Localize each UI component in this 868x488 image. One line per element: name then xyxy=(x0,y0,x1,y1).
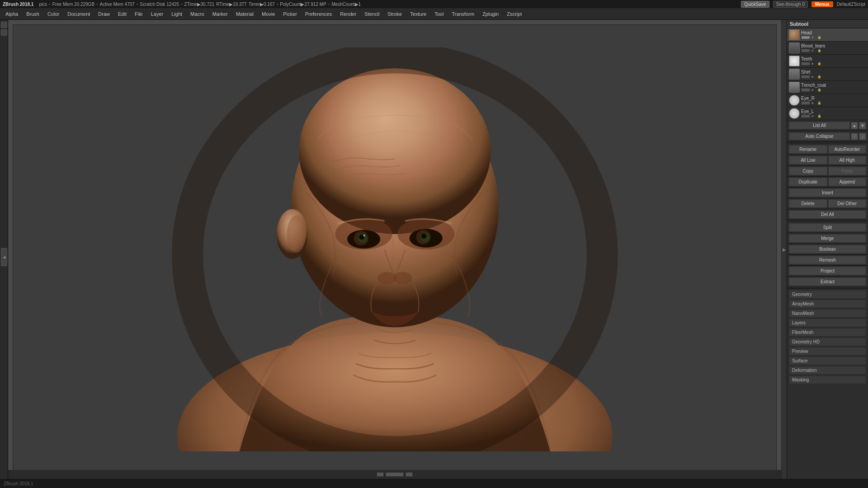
rename-button[interactable]: Rename xyxy=(789,145,827,154)
menu-material[interactable]: Material xyxy=(232,10,257,18)
menu-alpha[interactable]: Alpha xyxy=(2,10,22,18)
viewport-nav-center[interactable] xyxy=(386,472,404,477)
geometry-hd-section[interactable]: Geometry HD xyxy=(789,338,866,346)
append-button[interactable]: Append xyxy=(828,178,867,186)
all-high-button[interactable]: All High xyxy=(828,156,867,164)
subtool-eye-coat[interactable]: 👁 xyxy=(811,88,816,92)
menu-light[interactable]: Light xyxy=(168,10,186,18)
menu-zscript[interactable]: Zscript xyxy=(503,10,525,18)
left-tool-2[interactable] xyxy=(1,29,7,36)
surface-section[interactable]: Surface xyxy=(789,357,866,365)
menu-texture[interactable]: Texture xyxy=(406,10,430,18)
nano-mesh-section[interactable]: NanoMesh xyxy=(789,309,866,318)
menu-preferences[interactable]: Preferences xyxy=(302,10,335,18)
subtool-reorder-up[interactable]: ↑ xyxy=(851,133,858,140)
menu-color[interactable]: Color xyxy=(44,10,63,18)
layers-section[interactable]: Layers xyxy=(789,319,866,327)
menu-edit[interactable]: Edit xyxy=(114,10,130,18)
subtool-trench-coat[interactable]: Trench_coat 👁 🔒 xyxy=(787,81,868,94)
menu-transform[interactable]: Transform xyxy=(448,10,478,18)
del-other-button[interactable]: Del Other xyxy=(828,199,867,208)
auto-collapse-button[interactable]: Auto Collapse xyxy=(789,132,850,140)
project-button[interactable]: Project xyxy=(789,267,866,275)
deformation-section[interactable]: Deformation xyxy=(789,366,866,375)
boolean-button[interactable]: Boolean xyxy=(789,245,866,253)
subtool-head[interactable]: Head 👁 🔒 xyxy=(787,28,868,42)
menu-picker[interactable]: Picker xyxy=(279,10,301,18)
quicksave-button[interactable]: QuickSave xyxy=(741,1,769,8)
polycount: PolyCount▶27.912 MP xyxy=(280,2,326,7)
subtool-toggle-head[interactable] xyxy=(801,36,810,39)
subtool-eye-teeth[interactable]: 👁 xyxy=(811,62,816,66)
duplicate-button[interactable]: Duplicate xyxy=(789,178,827,186)
menu-render[interactable]: Render xyxy=(336,10,360,18)
insert-button[interactable]: Insert xyxy=(789,188,866,197)
collapse-right-tab[interactable]: ▶ xyxy=(781,20,787,479)
subtool-eye-r[interactable]: Eye_R 👁 🔒 xyxy=(787,94,868,107)
menu-brush[interactable]: Brush xyxy=(23,10,43,18)
subtool-toggle-eye-l[interactable] xyxy=(801,114,810,118)
subtool-eye-blood[interactable]: 👁 xyxy=(811,49,816,52)
menu-macro[interactable]: Macro xyxy=(187,10,208,18)
menus-button[interactable]: Menus xyxy=(811,1,833,7)
geometry-section[interactable]: Geometry xyxy=(789,290,866,299)
see-through-control[interactable]: See-through 0 xyxy=(773,1,808,8)
menu-movie[interactable]: Movie xyxy=(258,10,278,18)
subtool-eye-l[interactable]: Eye_L 👁 🔒 xyxy=(787,107,868,120)
subtool-down-arrow[interactable]: ▼ xyxy=(859,122,866,129)
subtool-lock-shirt[interactable]: 🔒 xyxy=(817,75,821,79)
menu-stroke[interactable]: Stroke xyxy=(384,10,406,18)
menu-marker[interactable]: Marker xyxy=(209,10,231,18)
subtool-lock-blood[interactable]: 🔒 xyxy=(817,49,821,52)
viewport[interactable] xyxy=(8,20,781,479)
menu-zplugin[interactable]: Zplugin xyxy=(479,10,502,18)
left-tool-1[interactable] xyxy=(1,22,7,28)
subtool-lock-teeth[interactable]: 🔒 xyxy=(817,62,821,66)
subtool-up-arrow[interactable]: ▲ xyxy=(851,122,858,129)
subtool-lock-eye-r[interactable]: 🔒 xyxy=(817,101,821,105)
masking-section[interactable]: Masking xyxy=(789,375,866,384)
array-mesh-section[interactable]: ArrayMesh xyxy=(789,300,866,308)
preview-section[interactable]: Preview xyxy=(789,347,866,356)
subtool-lock-head[interactable]: 🔒 xyxy=(817,36,821,39)
menu-stencil[interactable]: Stencil xyxy=(361,10,383,18)
subtool-toggle-blood[interactable] xyxy=(801,49,810,52)
remesh-button[interactable]: Remesh xyxy=(789,256,866,264)
merge-button[interactable]: Merge xyxy=(789,234,866,243)
subtool-thumb-blood xyxy=(789,42,800,53)
viewport-nav-right[interactable] xyxy=(406,472,413,477)
copy-button[interactable]: Copy xyxy=(789,167,827,175)
subtool-reorder-down[interactable]: ↓ xyxy=(859,133,866,140)
menu-tool[interactable]: Tool xyxy=(431,10,447,18)
menu-draw[interactable]: Draw xyxy=(94,10,113,18)
menu-document[interactable]: Document xyxy=(64,10,94,18)
menu-layer[interactable]: Layer xyxy=(147,10,167,18)
auto-reorder-button[interactable]: AutoReorder xyxy=(828,145,867,154)
subtool-eye-icon-r[interactable]: 👁 xyxy=(811,101,816,105)
subtool-toggle-eye-r[interactable] xyxy=(801,101,810,105)
fiber-mesh-section[interactable]: FiberMesh xyxy=(789,328,866,337)
subtool-blood-tears[interactable]: Blood_tears 👁 🔒 xyxy=(787,42,868,55)
subtool-teeth[interactable]: Teeth 👁 🔒 xyxy=(787,55,868,68)
subtool-lock-eye-l[interactable]: 🔒 xyxy=(817,114,821,118)
viewport-nav-left[interactable] xyxy=(377,472,384,477)
subtool-lock-coat[interactable]: 🔒 xyxy=(817,88,821,92)
paste-button[interactable]: Paste xyxy=(828,167,867,175)
list-all-button[interactable]: List All xyxy=(789,122,850,129)
menu-file[interactable]: File xyxy=(131,10,146,18)
subtool-shirt[interactable]: Shirt 👁 🔒 xyxy=(787,68,868,81)
delete-button[interactable]: Delete xyxy=(789,199,827,208)
subtool-toggle-teeth[interactable] xyxy=(801,62,810,66)
all-low-button[interactable]: All Low xyxy=(789,156,827,164)
subtool-eye-head[interactable]: 👁 xyxy=(811,36,816,39)
viewport-canvas[interactable] xyxy=(13,24,777,474)
subtool-eye-icon-l[interactable]: 👁 xyxy=(811,114,816,118)
subtool-thumb-eye-l xyxy=(789,108,800,119)
extract-button[interactable]: Extract xyxy=(789,277,866,286)
split-button[interactable]: Split xyxy=(789,223,866,232)
subtool-toggle-shirt[interactable] xyxy=(801,75,810,79)
subtool-eye-shirt[interactable]: 👁 xyxy=(811,75,816,79)
left-collapse-tab[interactable]: ◀ xyxy=(1,248,7,266)
del-all-button[interactable]: Del All xyxy=(789,210,866,219)
subtool-toggle-coat[interactable] xyxy=(801,88,810,92)
